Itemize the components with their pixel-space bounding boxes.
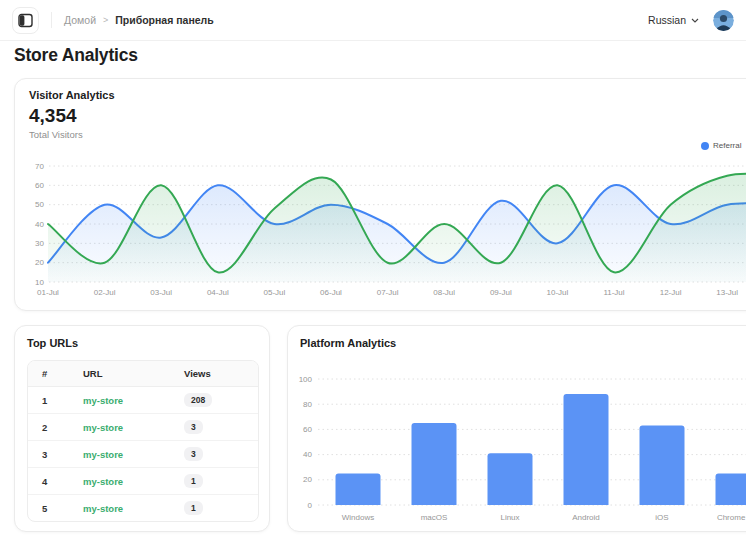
breadcrumb-separator: > — [103, 15, 108, 25]
column-header-rank: # — [28, 361, 74, 387]
url-rank: 1 — [28, 387, 74, 414]
column-header-views: Views — [174, 361, 258, 387]
svg-text:Android: Android — [572, 513, 600, 522]
svg-text:60: 60 — [303, 425, 312, 434]
top-urls-table: # URL Views 1my-store2082my-store33my-st… — [27, 360, 259, 522]
url-link[interactable]: my-store — [83, 449, 123, 460]
svg-text:20: 20 — [303, 475, 312, 484]
avatar[interactable] — [713, 10, 734, 31]
url-link[interactable]: my-store — [83, 422, 123, 433]
svg-text:70: 70 — [35, 162, 44, 171]
svg-text:30: 30 — [35, 239, 44, 248]
svg-text:50: 50 — [35, 200, 44, 209]
sidebar-toggle-button[interactable] — [12, 7, 39, 34]
table-row: 2my-store3 — [28, 414, 258, 441]
svg-text:Chrome OS: Chrome OS — [717, 513, 746, 522]
svg-text:10: 10 — [35, 278, 44, 287]
bar-macos — [412, 423, 457, 505]
svg-text:07-Jul: 07-Jul — [377, 288, 399, 297]
topbar-divider — [51, 12, 52, 28]
bar-ios — [640, 426, 685, 505]
table-header-row: # URL Views — [28, 361, 258, 387]
svg-text:01-Jul: 01-Jul — [37, 288, 59, 297]
url-rank: 4 — [28, 468, 74, 495]
table-row: 3my-store3 — [28, 441, 258, 468]
views-badge: 3 — [184, 420, 203, 434]
total-visitors-value: 4,354 — [29, 105, 77, 127]
table-row: 4my-store1 — [28, 468, 258, 495]
svg-text:60: 60 — [35, 181, 44, 190]
platform-analytics-card: Platform Analytics 020406080100Windowsma… — [287, 325, 746, 532]
language-label: Russian — [648, 14, 686, 26]
views-badge: 3 — [184, 447, 203, 461]
top-urls-card: Top URLs # URL Views 1my-store2082my-sto… — [14, 325, 270, 532]
svg-text:Windows: Windows — [342, 513, 374, 522]
page-title: Store Analytics — [14, 45, 138, 66]
top-bar: Домой > Приборная панель Russian — [0, 0, 746, 41]
svg-text:05-Jul: 05-Jul — [264, 288, 286, 297]
language-selector[interactable]: Russian — [648, 14, 699, 26]
svg-text:03-Jul: 03-Jul — [150, 288, 172, 297]
legend-dot-icon — [701, 142, 709, 150]
svg-text:13-Jul: 13-Jul — [716, 288, 738, 297]
svg-text:20: 20 — [35, 258, 44, 267]
url-rank: 5 — [28, 495, 74, 521]
svg-text:Linux: Linux — [500, 513, 519, 522]
svg-text:macOS: macOS — [421, 513, 448, 522]
platform-analytics-title: Platform Analytics — [300, 337, 396, 349]
column-header-url: URL — [74, 361, 174, 387]
svg-text:12-Jul: 12-Jul — [660, 288, 682, 297]
legend-item[interactable]: Referral — [701, 141, 741, 150]
svg-text:0: 0 — [308, 501, 313, 510]
bar-linux — [488, 453, 533, 505]
bar-windows — [336, 474, 381, 506]
svg-text:10-Jul: 10-Jul — [547, 288, 569, 297]
legend-label: Referral — [713, 141, 741, 150]
dashboard-page: Домой > Приборная панель Russian Store A… — [0, 0, 746, 540]
chart-legend: Referral — [701, 141, 746, 150]
svg-text:02-Jul: 02-Jul — [94, 288, 116, 297]
svg-text:04-Jul: 04-Jul — [207, 288, 229, 297]
svg-text:80: 80 — [303, 400, 312, 409]
table-row: 1my-store208 — [28, 387, 258, 414]
total-visitors-label: Total Visitors — [29, 129, 83, 140]
breadcrumb-home[interactable]: Домой — [64, 14, 96, 26]
top-urls-body: 1my-store2082my-store33my-store34my-stor… — [28, 387, 258, 521]
svg-text:100: 100 — [299, 375, 313, 384]
chevron-down-icon — [691, 18, 699, 23]
visitor-analytics-title: Visitor Analytics — [29, 89, 115, 101]
visitor-analytics-card: Visitor Analytics 4,354 Total Visitors R… — [14, 78, 746, 311]
breadcrumb-current: Приборная панель — [115, 14, 213, 26]
svg-text:09-Jul: 09-Jul — [490, 288, 512, 297]
views-badge: 1 — [184, 501, 203, 515]
views-badge: 208 — [184, 393, 212, 407]
svg-text:08-Jul: 08-Jul — [433, 288, 455, 297]
svg-text:11-Jul: 11-Jul — [603, 288, 624, 297]
platform-bar-chart: 020406080100WindowsmacOSLinuxAndroidiOSC… — [294, 364, 746, 529]
svg-text:iOS: iOS — [655, 513, 668, 522]
views-badge: 1 — [184, 474, 203, 488]
visitor-line-chart: 1020304050607001-Jul02-Jul03-Jul04-Jul05… — [25, 157, 746, 307]
sidebar-toggle-icon — [18, 13, 33, 28]
breadcrumb: Домой > Приборная панель — [64, 14, 214, 26]
svg-text:06-Jul: 06-Jul — [320, 288, 342, 297]
url-link[interactable]: my-store — [83, 503, 123, 514]
bar-chrome-os — [716, 474, 746, 506]
url-link[interactable]: my-store — [83, 395, 123, 406]
top-urls-title: Top URLs — [27, 337, 78, 349]
url-rank: 2 — [28, 414, 74, 441]
url-rank: 3 — [28, 441, 74, 468]
svg-text:40: 40 — [303, 450, 312, 459]
svg-text:40: 40 — [35, 220, 44, 229]
url-link[interactable]: my-store — [83, 476, 123, 487]
bar-android — [564, 394, 609, 505]
table-row: 5my-store1 — [28, 495, 258, 521]
